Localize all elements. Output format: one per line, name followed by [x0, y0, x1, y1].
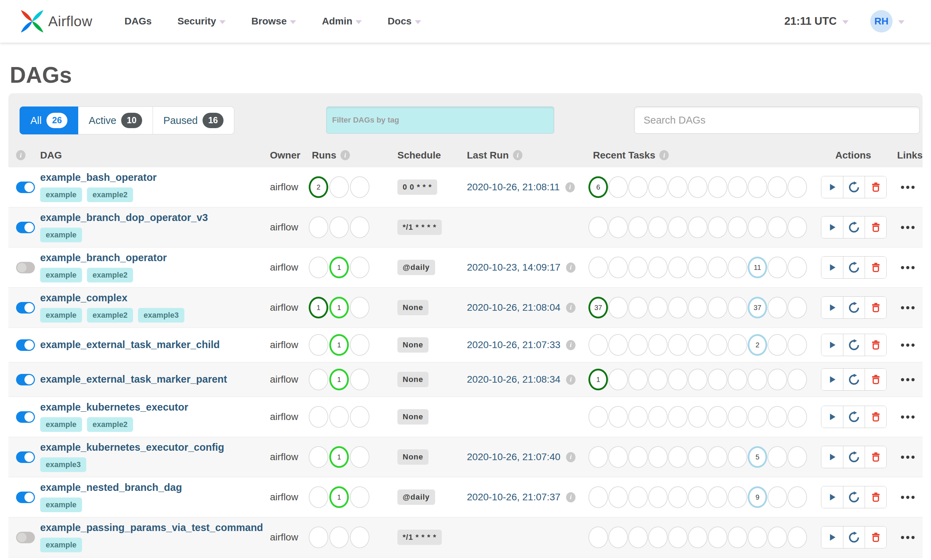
- task-status-circle-empty[interactable]: [748, 176, 767, 198]
- task-status-circle-empty[interactable]: [608, 446, 628, 468]
- task-status-circle-empty[interactable]: [588, 526, 608, 548]
- dag-tag[interactable]: example: [40, 268, 82, 282]
- delete-dag-button[interactable]: [865, 486, 886, 508]
- task-status-circle-empty[interactable]: [748, 526, 767, 548]
- task-status-circle-empty[interactable]: [708, 217, 728, 238]
- links-menu-button[interactable]: [901, 186, 915, 189]
- task-status-circle-empty[interactable]: [748, 217, 767, 238]
- task-status-circle-empty[interactable]: [728, 446, 747, 468]
- refresh-dag-button[interactable]: [843, 369, 865, 390]
- delete-dag-button[interactable]: [865, 257, 886, 278]
- chevron-down-icon[interactable]: [842, 20, 849, 24]
- task-status-circle-empty[interactable]: [688, 334, 708, 356]
- dag-pause-toggle[interactable]: [16, 451, 35, 463]
- task-status-circle-success[interactable]: 6: [588, 176, 608, 198]
- links-menu-button[interactable]: [901, 496, 915, 499]
- task-status-circle-empty[interactable]: [588, 217, 608, 238]
- nav-item-browse[interactable]: Browse: [251, 16, 296, 27]
- dag-link[interactable]: example_bash_operator: [40, 172, 157, 183]
- dag-pause-toggle[interactable]: [16, 374, 35, 385]
- run-status-circle-empty[interactable]: [350, 334, 369, 356]
- task-status-circle-empty[interactable]: [748, 406, 767, 428]
- task-status-circle-empty[interactable]: [668, 217, 688, 238]
- run-status-circle-empty[interactable]: [350, 369, 369, 390]
- task-status-circle-empty[interactable]: [668, 406, 688, 428]
- delete-dag-button[interactable]: [865, 446, 886, 468]
- dag-pause-toggle[interactable]: [16, 182, 35, 193]
- task-status-circle-empty[interactable]: [608, 334, 628, 356]
- run-status-circle-empty[interactable]: [329, 217, 349, 238]
- refresh-dag-button[interactable]: [843, 257, 865, 278]
- run-status-circle-empty[interactable]: [350, 526, 369, 548]
- trigger-dag-button[interactable]: [821, 297, 843, 318]
- task-status-circle-success[interactable]: 37: [588, 297, 608, 318]
- run-status-circle-empty[interactable]: [350, 486, 369, 508]
- avatar[interactable]: RH: [870, 10, 893, 32]
- task-status-circle-empty[interactable]: [768, 217, 787, 238]
- task-status-circle-empty[interactable]: [688, 257, 708, 278]
- task-status-circle-empty[interactable]: [768, 406, 787, 428]
- task-status-circle-empty[interactable]: [708, 526, 728, 548]
- task-status-circle-empty[interactable]: [628, 486, 648, 508]
- task-status-circle-empty[interactable]: [608, 176, 628, 198]
- run-status-circle-success[interactable]: 2: [309, 176, 328, 198]
- task-status-circle-empty[interactable]: [668, 257, 688, 278]
- refresh-dag-button[interactable]: [843, 446, 865, 468]
- delete-dag-button[interactable]: [865, 334, 886, 356]
- task-status-circle-empty[interactable]: [608, 217, 628, 238]
- task-status-circle-empty[interactable]: [708, 406, 728, 428]
- task-status-circle-empty[interactable]: [648, 176, 668, 198]
- task-status-circle-empty[interactable]: [668, 334, 688, 356]
- task-status-circle-empty[interactable]: [648, 526, 668, 548]
- task-status-circle-empty[interactable]: [588, 486, 608, 508]
- task-status-circle-empty[interactable]: [728, 369, 747, 390]
- task-status-circle-empty[interactable]: [668, 446, 688, 468]
- run-status-circle-empty[interactable]: [350, 406, 369, 428]
- dag-tag[interactable]: example: [40, 308, 82, 323]
- dag-tag[interactable]: example: [40, 228, 82, 242]
- task-status-circle-empty[interactable]: [608, 486, 628, 508]
- refresh-dag-button[interactable]: [843, 486, 865, 508]
- task-status-circle-none[interactable]: 5: [748, 446, 767, 468]
- tab-active[interactable]: Active 10: [78, 106, 153, 134]
- links-menu-button[interactable]: [901, 343, 915, 347]
- refresh-dag-button[interactable]: [843, 176, 865, 198]
- task-status-circle-empty[interactable]: [708, 176, 728, 198]
- trigger-dag-button[interactable]: [821, 446, 843, 468]
- task-status-circle-empty[interactable]: [788, 446, 807, 468]
- col-header-dag[interactable]: DAG: [40, 143, 62, 167]
- task-status-circle-empty[interactable]: [628, 369, 648, 390]
- run-status-circle-running[interactable]: 1: [329, 297, 349, 318]
- run-status-circle-running[interactable]: 1: [329, 446, 349, 468]
- links-menu-button[interactable]: [901, 378, 915, 381]
- dag-link[interactable]: example_complex: [40, 292, 128, 304]
- run-status-circle-success[interactable]: 1: [309, 297, 328, 318]
- run-status-circle-running[interactable]: 1: [329, 334, 349, 356]
- task-status-circle-none[interactable]: 9: [748, 486, 767, 508]
- task-status-circle-empty[interactable]: [688, 176, 708, 198]
- dag-tag[interactable]: example2: [87, 188, 133, 202]
- task-status-circle-empty[interactable]: [688, 526, 708, 548]
- run-status-circle-empty[interactable]: [350, 217, 369, 238]
- run-status-circle-running[interactable]: 1: [329, 257, 349, 278]
- links-menu-button[interactable]: [901, 306, 915, 309]
- task-status-circle-empty[interactable]: [728, 257, 747, 278]
- tab-paused[interactable]: Paused 16: [153, 106, 234, 134]
- task-status-circle-empty[interactable]: [648, 217, 668, 238]
- task-status-circle-empty[interactable]: [728, 176, 747, 198]
- trigger-dag-button[interactable]: [821, 257, 843, 278]
- task-status-circle-empty[interactable]: [648, 257, 668, 278]
- task-status-circle-empty[interactable]: [788, 406, 807, 428]
- task-status-circle-empty[interactable]: [648, 369, 668, 390]
- dag-tag[interactable]: example2: [87, 268, 133, 282]
- task-status-circle-none[interactable]: 11: [748, 257, 767, 278]
- task-status-circle-empty[interactable]: [608, 406, 628, 428]
- task-status-circle-empty[interactable]: [728, 486, 747, 508]
- run-status-circle-empty[interactable]: [309, 217, 328, 238]
- col-header-owner[interactable]: Owner: [270, 143, 300, 167]
- task-status-circle-empty[interactable]: [788, 217, 807, 238]
- task-status-circle-empty[interactable]: [768, 257, 787, 278]
- task-status-circle-empty[interactable]: [688, 369, 708, 390]
- filter-tags-input[interactable]: [326, 106, 554, 134]
- last-run-link[interactable]: 2020-10-26, 21:07:33: [467, 339, 560, 351]
